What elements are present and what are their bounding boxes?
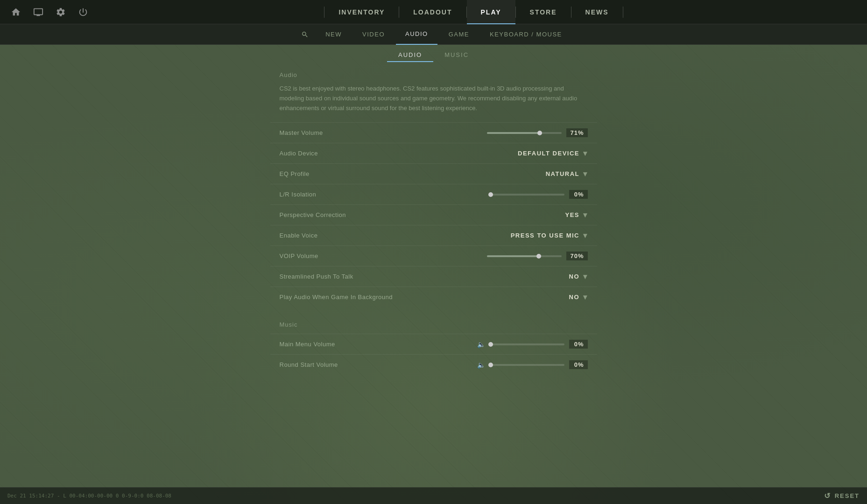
main-navigation: INVENTORY LOADOUT PLAY STORE NEWS <box>90 0 858 24</box>
top-navigation: INVENTORY LOADOUT PLAY STORE NEWS <box>0 0 867 24</box>
tab-audio[interactable]: AUDIO <box>387 49 433 62</box>
voip-volume-fill <box>487 255 539 257</box>
reset-button[interactable]: ↺ RESET <box>824 491 860 500</box>
settings-tab-keyboard-mouse[interactable]: KEYBOARD / MOUSE <box>480 24 571 45</box>
round-start-volume-control: 🔈 0% <box>477 360 588 369</box>
round-start-volume-row: Round Start Volume 🔈 0% <box>270 354 597 375</box>
master-volume-value: 71% <box>566 128 587 137</box>
voip-volume-control: 70% <box>487 252 587 260</box>
main-menu-volume-label: Main Menu Volume <box>280 341 477 348</box>
audio-device-dropdown[interactable]: DEFAULT DEVICE ▾ <box>518 149 588 158</box>
play-audio-bg-dropdown[interactable]: NO ▾ <box>569 293 588 301</box>
voip-volume-value: 70% <box>566 252 587 260</box>
chevron-down-icon: ▾ <box>583 293 588 301</box>
tab-music[interactable]: MUSIC <box>433 49 480 62</box>
nav-separator <box>623 7 623 18</box>
audio-device-label: Audio Device <box>280 150 518 157</box>
settings-navigation: NEW VIDEO AUDIO GAME KEYBOARD / MOUSE <box>0 24 867 45</box>
chevron-down-icon: ▾ <box>583 231 588 240</box>
master-volume-row: Master Volume 71% <box>270 122 597 143</box>
timestamp: Dec 21 15:14:27 - L 00-04:00-00-00 0 0-9… <box>7 493 171 499</box>
round-start-volume-fill <box>490 364 491 366</box>
chevron-down-icon: ▾ <box>583 169 588 178</box>
eq-profile-dropdown[interactable]: NATURAL ▾ <box>546 169 588 178</box>
content-area: Audio CS2 is best enjoyed with stereo he… <box>270 62 597 384</box>
nav-icon-group <box>9 6 90 19</box>
main-menu-volume-row: Main Menu Volume 🔈 0% <box>270 334 597 354</box>
enable-voice-row: Enable Voice PRESS TO USE MIC ▾ <box>270 225 597 245</box>
enable-voice-dropdown[interactable]: PRESS TO USE MIC ▾ <box>511 231 588 240</box>
nav-loadout[interactable]: LOADOUT <box>399 0 466 24</box>
nav-play[interactable]: PLAY <box>467 0 515 24</box>
round-start-volume-label: Round Start Volume <box>280 361 477 368</box>
bottom-bar: Dec 21 15:14:27 - L 00-04:00-00-00 0 0-9… <box>0 487 867 504</box>
settings-tab-video[interactable]: VIDEO <box>353 24 394 45</box>
search-icon[interactable] <box>296 24 314 45</box>
round-start-volume-value: 0% <box>569 360 588 369</box>
main-menu-volume-slider[interactable] <box>490 343 564 345</box>
settings-tab-new[interactable]: NEW <box>316 24 351 45</box>
master-volume-fill <box>487 132 540 134</box>
main-menu-volume-fill <box>490 343 491 345</box>
settings-tab-audio[interactable]: AUDIO <box>396 24 437 45</box>
play-audio-bg-label: Play Audio When Game In Background <box>280 294 569 301</box>
nav-store[interactable]: STORE <box>516 0 571 24</box>
enable-voice-label: Enable Voice <box>280 232 511 239</box>
streamlined-ptt-row: Streamlined Push To Talk NO ▾ <box>270 266 597 287</box>
perspective-correction-value: YES <box>565 211 579 218</box>
main-menu-volume-control: 🔈 0% <box>477 340 588 349</box>
settings-tab-game[interactable]: GAME <box>439 24 479 45</box>
play-audio-bg-value: NO <box>569 294 580 301</box>
audio-section: Audio CS2 is best enjoyed with stereo he… <box>270 71 597 307</box>
lr-isolation-control: 0% <box>490 190 588 199</box>
streamlined-ptt-label: Streamlined Push To Talk <box>280 273 569 280</box>
round-start-volume-slider[interactable] <box>490 364 564 366</box>
audio-section-title: Audio <box>270 71 597 78</box>
audio-device-value: DEFAULT DEVICE <box>518 150 579 157</box>
lr-isolation-value: 0% <box>569 190 588 199</box>
nav-inventory[interactable]: INVENTORY <box>324 0 399 24</box>
chevron-down-icon: ▾ <box>583 272 588 281</box>
streamlined-ptt-dropdown[interactable]: NO ▾ <box>569 272 588 281</box>
eq-profile-label: EQ Profile <box>280 170 546 177</box>
master-volume-label: Master Volume <box>280 129 487 136</box>
master-volume-slider[interactable] <box>487 132 562 134</box>
power-icon[interactable] <box>77 6 90 19</box>
reset-icon: ↺ <box>824 491 831 500</box>
audio-device-row: Audio Device DEFAULT DEVICE ▾ <box>270 143 597 163</box>
lr-isolation-slider[interactable] <box>490 194 564 196</box>
volume-icon: 🔈 <box>477 361 485 369</box>
audio-section-desc: CS2 is best enjoyed with stereo headphon… <box>270 84 597 113</box>
lr-isolation-row: L/R Isolation 0% <box>270 184 597 204</box>
chevron-down-icon: ▾ <box>583 149 588 158</box>
voip-volume-label: VOIP Volume <box>280 252 487 259</box>
chevron-down-icon: ▾ <box>583 210 588 219</box>
volume-icon: 🔈 <box>477 341 485 348</box>
music-section: Music Main Menu Volume 🔈 0% Round Start … <box>270 321 597 375</box>
streamlined-ptt-value: NO <box>569 273 580 280</box>
nav-news[interactable]: NEWS <box>571 0 623 24</box>
main-menu-volume-value: 0% <box>569 340 588 349</box>
content-tabs: AUDIO MUSIC <box>0 45 867 62</box>
eq-profile-value: NATURAL <box>546 170 579 177</box>
music-section-title: Music <box>270 321 597 328</box>
perspective-correction-dropdown[interactable]: YES ▾ <box>565 210 587 219</box>
eq-profile-row: EQ Profile NATURAL ▾ <box>270 163 597 184</box>
home-icon[interactable] <box>9 6 22 19</box>
reset-label: RESET <box>835 492 860 499</box>
voip-volume-slider[interactable] <box>487 255 562 257</box>
master-volume-control: 71% <box>487 128 587 137</box>
enable-voice-value: PRESS TO USE MIC <box>511 232 579 239</box>
voip-volume-row: VOIP Volume 70% <box>270 245 597 266</box>
lr-isolation-label: L/R Isolation <box>280 191 490 198</box>
lr-isolation-fill <box>490 194 491 196</box>
play-audio-bg-row: Play Audio When Game In Background NO ▾ <box>270 287 597 307</box>
gear-icon[interactable] <box>54 6 67 19</box>
perspective-correction-label: Perspective Correction <box>280 211 565 218</box>
tv-icon[interactable] <box>32 6 45 19</box>
perspective-correction-row: Perspective Correction YES ▾ <box>270 204 597 225</box>
